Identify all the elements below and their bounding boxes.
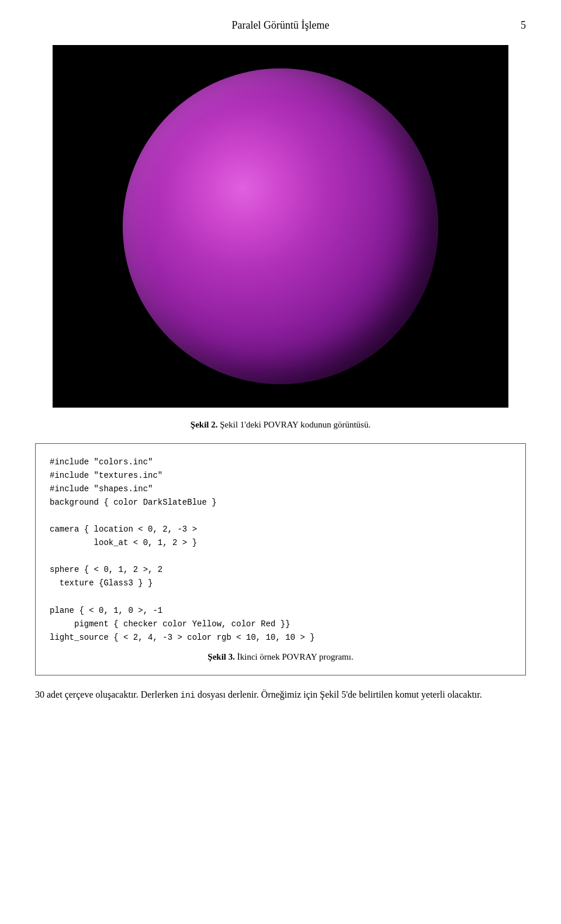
code-content: #include "colors.inc" #include "textures… — [50, 456, 511, 644]
body-text: 30 adet çerçeve oluşacaktır. Derlerken i… — [35, 687, 526, 702]
page-title: Paralel Görüntü İşleme — [35, 18, 526, 33]
figure3-caption-text: İkinci örnek POVRAY programı. — [237, 652, 354, 661]
figure2-caption: Şekil 2. Şekil 1'deki POVRAY kodunun gör… — [191, 418, 370, 432]
body-text-part2: dosyası derlenir. Örneğimiz için Şekil 5… — [195, 689, 482, 699]
sphere-graphic — [123, 68, 438, 384]
body-inline-code: ini — [181, 691, 195, 700]
figure2-container: Şekil 2. Şekil 1'deki POVRAY kodunun gör… — [35, 45, 526, 432]
body-text-part1: 30 adet çerçeve oluşacaktır. Derlerken — [35, 689, 181, 699]
figure2-label: Şekil 2. — [191, 420, 218, 429]
page-number: 5 — [521, 18, 526, 33]
page: Paralel Görüntü İşleme 5 Şekil 2. Şekil … — [0, 0, 561, 924]
figure3-label: Şekil 3. — [207, 652, 235, 661]
sphere-image — [53, 45, 508, 408]
page-header: Paralel Görüntü İşleme 5 — [35, 18, 526, 33]
figure2-caption-text: Şekil 1'deki POVRAY kodunun görüntüsü. — [220, 420, 370, 429]
figure3-caption: Şekil 3. İkinci örnek POVRAY programı. — [50, 650, 511, 664]
code-box: #include "colors.inc" #include "textures… — [35, 443, 526, 676]
